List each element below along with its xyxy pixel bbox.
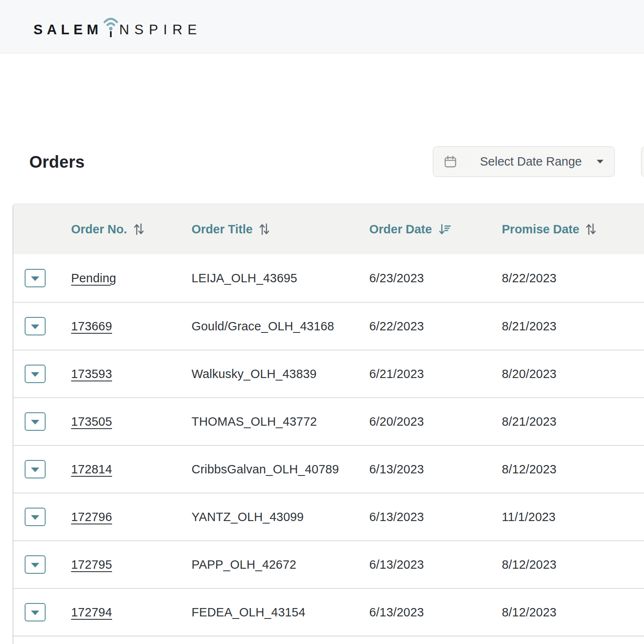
brand-logo: SALEM NSPIRE <box>33 16 202 37</box>
expand-row-button[interactable] <box>25 269 46 287</box>
order-table-row: Pending LEIJA_OLH_43695 6/23/2023 8/22/2… <box>13 254 644 302</box>
page-title: Orders <box>29 152 84 171</box>
select-date-range-label: Select Date Range <box>465 155 597 169</box>
expand-row-button[interactable] <box>25 412 46 431</box>
order-date-cell: 6/23/2023 <box>368 271 501 285</box>
order-date-cell: 6/13/2023 <box>368 606 501 619</box>
chevron-down-icon <box>597 160 603 164</box>
order-no-link[interactable]: 173669 <box>71 319 112 333</box>
promise-date-header-label: Promise Date <box>502 222 579 236</box>
order-title-cell: CribbsGalvan_OLH_40789 <box>190 463 368 476</box>
column-header-order-title[interactable]: Order Title <box>190 222 368 236</box>
order-no-link[interactable]: 172796 <box>71 510 112 524</box>
order-title-cell: FEDEA_OLH_43154 <box>190 606 368 619</box>
promise-date-cell: 8/21/2023 <box>501 319 644 333</box>
order-table-row: 172795 PAPP_OLH_42672 6/13/2023 8/12/202… <box>13 540 644 588</box>
brand-name-bold: SALEM <box>33 23 102 37</box>
page-header: Orders Select Date Range <box>0 146 644 177</box>
promise-date-cell: 11/1/2023 <box>501 510 644 524</box>
order-title-header-label: Order Title <box>192 222 253 236</box>
promise-date-cell: 8/21/2023 <box>501 415 644 429</box>
order-table-row: 172796 YANTZ_OLH_43099 6/13/2023 11/1/20… <box>13 493 644 540</box>
column-header-promise-date[interactable]: Promise Date <box>501 222 644 236</box>
order-title-cell: Walkusky_OLH_43839 <box>190 367 368 381</box>
expand-row-button[interactable] <box>25 603 46 621</box>
order-no-link[interactable]: Pending <box>71 271 116 285</box>
expand-row-button[interactable] <box>25 460 46 478</box>
sort-both-icon[interactable] <box>585 222 596 236</box>
promise-date-cell: 8/20/2023 <box>501 367 644 381</box>
chevron-down-icon <box>31 276 39 281</box>
order-date-cell: 6/20/2023 <box>368 415 501 429</box>
promise-date-cell: 8/12/2023 <box>501 606 644 619</box>
order-title-cell: LEIJA_OLH_43695 <box>190 271 368 285</box>
expand-row-button[interactable] <box>25 365 46 383</box>
order-date-cell: 6/22/2023 <box>368 319 501 333</box>
order-table-row: 172814 CribbsGalvan_OLH_40789 6/13/2023 … <box>13 445 644 493</box>
brand-name-light: NSPIRE <box>119 23 202 37</box>
order-no-link[interactable]: 172814 <box>71 463 112 476</box>
wifi-i-icon <box>103 16 118 37</box>
order-table-row: 173505 THOMAS_OLH_43772 6/20/2023 8/21/2… <box>13 397 644 445</box>
sort-both-icon[interactable] <box>258 222 270 236</box>
order-date-cell: 6/21/2023 <box>368 367 501 381</box>
table-body: Pending LEIJA_OLH_43695 6/23/2023 8/22/2… <box>13 254 644 636</box>
order-title-cell: YANTZ_OLH_43099 <box>190 510 368 524</box>
order-title-cell: PAPP_OLH_42672 <box>190 558 368 572</box>
chevron-down-icon <box>31 420 39 424</box>
chevron-down-icon <box>31 563 39 567</box>
order-date-cell: 6/13/2023 <box>368 510 501 524</box>
order-title-cell: Gould/Grace_OLH_43168 <box>190 319 368 333</box>
sort-descending-icon[interactable] <box>438 222 451 236</box>
order-date-cell: 6/13/2023 <box>368 558 501 572</box>
order-no-header-label: Order No. <box>71 222 127 236</box>
chevron-down-icon <box>31 611 39 615</box>
order-table-row: 173669 Gould/Grace_OLH_43168 6/22/2023 8… <box>13 302 644 350</box>
column-header-order-date[interactable]: Order Date <box>368 222 501 236</box>
expand-row-button[interactable] <box>25 508 46 526</box>
partial-toolbar-button[interactable] <box>641 146 644 177</box>
column-header-order-no[interactable]: Order No. <box>69 222 190 236</box>
promise-date-cell: 8/22/2023 <box>501 271 644 285</box>
table-header-row: Order No. Order Title Order Date <box>13 204 644 254</box>
promise-date-cell: 8/12/2023 <box>501 463 644 476</box>
table-row-partial <box>13 636 644 644</box>
promise-date-cell: 8/12/2023 <box>501 558 644 572</box>
chevron-down-icon <box>31 325 39 329</box>
order-table-row: 172794 FEDEA_OLH_43154 6/13/2023 8/12/20… <box>13 588 644 636</box>
sort-both-icon[interactable] <box>133 222 144 236</box>
order-no-link[interactable]: 173593 <box>71 367 112 381</box>
chevron-down-icon <box>31 468 39 472</box>
order-date-cell: 6/13/2023 <box>368 463 501 476</box>
order-date-header-label: Order Date <box>369 222 432 236</box>
expand-row-button[interactable] <box>25 317 46 335</box>
order-title-cell: THOMAS_OLH_43772 <box>190 415 368 429</box>
order-table-row: 173593 Walkusky_OLH_43839 6/21/2023 8/20… <box>13 350 644 397</box>
calendar-icon <box>443 155 457 169</box>
select-date-range-button[interactable]: Select Date Range <box>433 146 615 177</box>
chevron-down-icon <box>31 515 39 520</box>
chevron-down-icon <box>31 372 39 377</box>
expand-row-button[interactable] <box>25 555 46 574</box>
order-no-link[interactable]: 173505 <box>71 415 112 428</box>
orders-table: Order No. Order Title Order Date <box>13 204 644 644</box>
top-bar: SALEM NSPIRE <box>0 0 644 54</box>
order-no-link[interactable]: 172795 <box>71 558 112 571</box>
order-no-link[interactable]: 172794 <box>71 606 112 619</box>
